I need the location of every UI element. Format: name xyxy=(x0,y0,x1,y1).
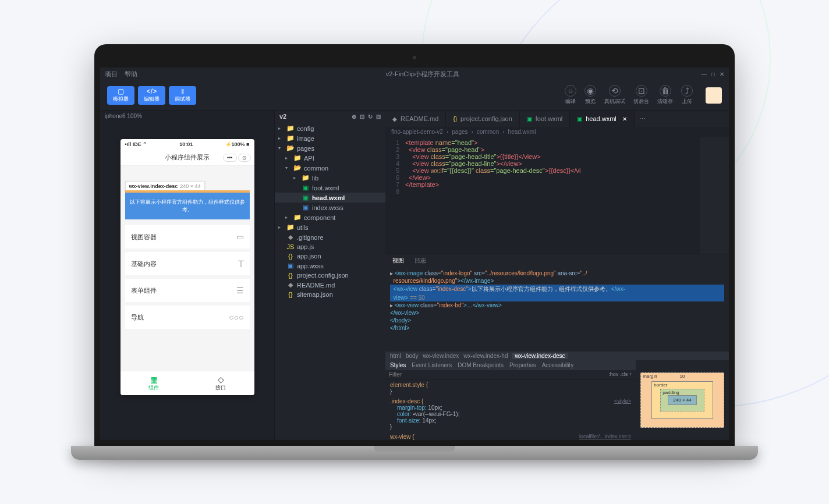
box-model: margin10 border padding 240 × 44 xyxy=(636,360,729,440)
new-folder-icon[interactable]: ⊡ xyxy=(360,113,364,120)
action-upload[interactable]: ⤴上传 xyxy=(681,85,693,105)
folder-common[interactable]: ▾📂common xyxy=(275,163,385,173)
list-item[interactable]: 表单组件☰ xyxy=(125,279,250,302)
menu-icon[interactable]: ••• xyxy=(223,154,236,162)
maximize-icon[interactable]: □ xyxy=(711,71,715,77)
laptop-frame: 项目 帮助 v2-FinClip小程序开发工具 — □ ✕ ▢模拟器 </>编辑… xyxy=(94,44,735,460)
file-sitemap[interactable]: {}sitemap.json xyxy=(275,290,385,299)
folder-component[interactable]: ▸📁component xyxy=(275,212,385,222)
avatar[interactable] xyxy=(706,87,722,104)
devtools: 视图 日志 ▸ <wx-image class="index-logo" src… xyxy=(385,254,729,440)
devtools-tab-view[interactable]: 视图 xyxy=(390,255,406,266)
file-explorer: v2 ⊕ ⊡ ↻ ⊟ ▸📁config ▸📁image ▾📂pages ▸📁AP… xyxy=(275,111,385,440)
tab-simulator[interactable]: ▢模拟器 xyxy=(107,86,134,105)
list-item[interactable]: 基础内容𝕋 xyxy=(125,252,250,275)
close-icon[interactable]: ⊙ xyxy=(238,154,251,162)
folder-image[interactable]: ▸📁image xyxy=(275,133,385,143)
minimap[interactable] xyxy=(700,137,729,254)
action-remote[interactable]: ⟲真机调试 xyxy=(604,85,625,105)
folder-pages[interactable]: ▾📂pages xyxy=(275,143,385,153)
simulator-device[interactable]: iphone6 100% xyxy=(100,111,274,122)
file-index-wxss[interactable]: ▣index.wxss xyxy=(275,203,385,212)
editor-tab-head[interactable]: ▣head.wxml✕ xyxy=(570,111,635,127)
file-appjs[interactable]: JSapp.js xyxy=(275,242,385,251)
file-appjson[interactable]: {}app.json xyxy=(275,251,385,261)
ide-window: 项目 帮助 v2-FinClip小程序开发工具 — □ ✕ ▢模拟器 </>编辑… xyxy=(100,68,729,440)
css-rules[interactable]: element.style {} <style> .index-desc { m… xyxy=(385,379,636,440)
menu-help[interactable]: 帮助 xyxy=(125,70,137,79)
editor-area: ◆README.md {}project.config.json ▣foot.w… xyxy=(385,111,729,440)
elements-panel[interactable]: ▸ <wx-image class="index-logo" src="../r… xyxy=(385,267,729,352)
file-gitignore[interactable]: ◆.gitignore xyxy=(275,232,385,242)
explorer-root[interactable]: v2 xyxy=(279,113,286,120)
window-title: v2-FinClip小程序开发工具 xyxy=(144,70,701,79)
event-listeners-tab[interactable]: Event Listeners xyxy=(412,362,452,368)
folder-config[interactable]: ▸📁config xyxy=(275,123,385,133)
new-file-icon[interactable]: ⊕ xyxy=(352,113,356,120)
editor-tab-projconf[interactable]: {}project.config.json xyxy=(446,111,519,127)
highlighted-element: 以下将展示小程序官方组件能力，组件样式仅供参考。 xyxy=(125,193,250,219)
styles-options[interactable]: :hov .cls + xyxy=(608,371,632,378)
tab-editor[interactable]: </>编辑器 xyxy=(138,86,165,105)
devtools-tab-log[interactable]: 日志 xyxy=(412,255,428,266)
element-breadcrumb[interactable]: html body wx-view.index wx-view.index-hd… xyxy=(385,352,729,360)
folder-api[interactable]: ▸📁API xyxy=(275,153,385,163)
refresh-icon[interactable]: ↻ xyxy=(368,113,373,120)
styles-tab[interactable]: Styles xyxy=(390,362,406,368)
phone-tab-api[interactable]: ◇接口 xyxy=(187,371,254,395)
file-projconf[interactable]: {}project.config.json xyxy=(275,271,385,280)
status-battery: ⚡100% ■ xyxy=(225,141,250,147)
status-signal: •ıll IDE ⌃ xyxy=(125,141,148,147)
action-compile[interactable]: ○编译 xyxy=(565,85,576,105)
action-background[interactable]: ⊡切后台 xyxy=(633,85,649,105)
editor-tab-readme[interactable]: ◆README.md xyxy=(385,111,446,127)
collapse-icon[interactable]: ⊟ xyxy=(376,113,381,120)
toolbar: ▢模拟器 </>编辑器 ⫴调试器 ○编译 ◉预览 ⟲真机调试 ⊡切后台 🗑清缓存… xyxy=(100,80,729,111)
status-time: 10:01 xyxy=(179,141,193,147)
list-item[interactable]: 视图容器▭ xyxy=(125,225,250,249)
file-readme[interactable]: ◆README.md xyxy=(275,280,385,290)
tab-overflow-icon[interactable]: ⋯ xyxy=(635,111,650,127)
minimize-icon[interactable]: — xyxy=(701,71,707,77)
dom-breakpoints-tab[interactable]: DOM Breakpoints xyxy=(458,362,504,368)
close-icon[interactable]: ✕ xyxy=(720,71,724,77)
file-appwxss[interactable]: ▣app.wxss xyxy=(275,261,385,271)
code-editor[interactable]: 1<template name="head"> 2 <view class="p… xyxy=(385,137,729,254)
styles-filter-input[interactable] xyxy=(389,371,608,378)
page-title: 小程序组件展示 xyxy=(165,153,210,162)
breadcrumb: fino-applet-demo-v2› pages› common› head… xyxy=(385,127,729,137)
action-preview[interactable]: ◉预览 xyxy=(584,85,596,105)
phone-tab-component[interactable]: ▦组件 xyxy=(121,371,187,395)
close-icon: ✕ xyxy=(622,116,627,122)
accessibility-tab[interactable]: Accessibility xyxy=(542,362,573,368)
folder-lib[interactable]: ▸📁lib xyxy=(275,173,385,183)
file-foot-wxml[interactable]: ▣foot.wxml xyxy=(275,183,385,193)
simulator-panel: iphone6 100% •ıll IDE ⌃ 10:01 ⚡100% ■ 小程… xyxy=(100,111,275,440)
menu-project[interactable]: 项目 xyxy=(105,70,118,79)
list-item[interactable]: 导航○○○ xyxy=(125,306,250,329)
editor-tab-foot[interactable]: ▣foot.wxml xyxy=(520,111,570,127)
phone-preview: •ıll IDE ⌃ 10:01 ⚡100% ■ 小程序组件展示 ••• ⊙ w… xyxy=(121,139,254,395)
properties-tab[interactable]: Properties xyxy=(509,362,536,368)
editor-tabs: ◆README.md {}project.config.json ▣foot.w… xyxy=(385,111,729,127)
file-head-wxml[interactable]: ▣head.wxml xyxy=(275,193,385,203)
folder-utils[interactable]: ▸📁utils xyxy=(275,222,385,232)
tab-debugger[interactable]: ⫴调试器 xyxy=(169,86,196,105)
menubar: 项目 帮助 v2-FinClip小程序开发工具 — □ ✕ xyxy=(100,68,729,80)
action-clear[interactable]: 🗑清缓存 xyxy=(657,85,673,105)
